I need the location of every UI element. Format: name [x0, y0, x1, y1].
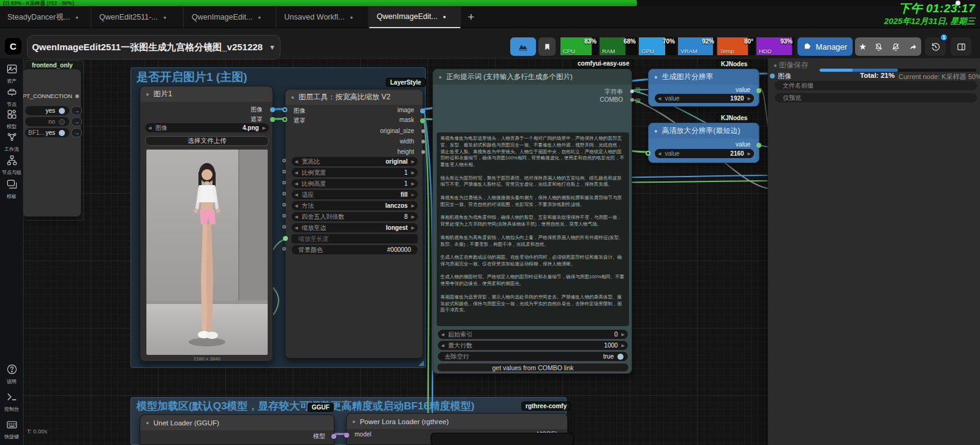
widget-value-1920[interactable]: ◀value1920▶: [655, 94, 754, 103]
node-scale-header[interactable]: ●图层工具：按宽高比缩放 V2: [285, 89, 423, 105]
toggle-row-2[interactable]: no: [25, 117, 69, 126]
toggle-on[interactable]: [59, 108, 65, 114]
toggle-on[interactable]: [617, 354, 624, 360]
node-unet-loader[interactable]: ●Unet Loader (GGUF) 模型: [140, 414, 334, 445]
star-icon[interactable]: ★: [859, 42, 867, 51]
output-original-size-dot[interactable]: [421, 129, 425, 133]
widget-ratio-width[interactable]: ◀比例宽度1▶: [292, 168, 418, 177]
node-frontend-switch[interactable]: OPT_CONNECTION yes → no → BF1...yes →: [22, 69, 81, 217]
input-model-dot[interactable]: [344, 433, 349, 438]
bell-muted-icon[interactable]: [874, 42, 883, 51]
tab-qwenimageedit-1[interactable]: QwenImageEdit...●: [184, 6, 276, 28]
workflow-title-dropdown[interactable]: QwenImageEdit2511一张图生成九宫格分镜图_v251228▼: [27, 35, 281, 59]
widget-input-dot[interactable]: [282, 247, 286, 251]
widget-aspect-ratio[interactable]: ◀宽高比original▶: [292, 157, 418, 166]
node-upscale-resolution-header[interactable]: ●高清放大分辨率(最短边): [649, 123, 759, 139]
get-combo-values-button[interactable]: get values from COMBO link: [437, 363, 629, 372]
output-value-dot[interactable]: [756, 88, 761, 93]
output-value-dot[interactable]: [756, 143, 761, 148]
new-tab-button[interactable]: +: [461, 6, 481, 28]
tab-qwenimageedit-active[interactable]: QwenImageEdit...●: [369, 6, 461, 28]
upload-button[interactable]: 选择文件上传: [145, 136, 269, 146]
sidebar-item-shortcuts[interactable]: 快捷键: [0, 419, 23, 440]
collapse-dot[interactable]: ●: [146, 91, 149, 97]
toggle-row-1[interactable]: yes: [25, 106, 69, 115]
collapse-dot[interactable]: ●: [291, 94, 294, 101]
output-dot[interactable]: [75, 94, 79, 98]
input-image-dot[interactable]: [770, 74, 775, 78]
node-positive-prompt[interactable]: ●正向提示词 (支持输入多行生成多个图片) 字符串 COMBO 将视角修改为电影…: [432, 69, 632, 374]
widget-max-rows[interactable]: ◀最大行数1000▶: [438, 341, 628, 350]
node-image1[interactable]: ●图片1 图像 遮罩 ◀ 图像 4.png ▶ 选择文件上传: [140, 86, 273, 362]
collapse-dot[interactable]: ●: [654, 128, 657, 134]
output-image-dot[interactable]: [270, 107, 275, 112]
widget-strip-empty-lines[interactable]: 去除空行true: [438, 352, 628, 361]
collapse-dot[interactable]: ●: [439, 74, 442, 80]
widget-scale-length-input-dot[interactable]: [283, 236, 288, 241]
widget-ratio-height[interactable]: ◀比例高度1▶: [292, 179, 418, 188]
node-save-image[interactable]: ● 图像保存 图像 Total: 21% Current node: K采样器 …: [767, 58, 980, 445]
widget-scale-to-side[interactable]: ◀缩放至边longest▶: [292, 223, 418, 232]
widget-method[interactable]: ◀方法lanczos▶: [292, 201, 418, 210]
node-power-lora-loader[interactable]: ●Power Lora Loader (rgthree) model MODEL: [346, 413, 568, 445]
node-upscale-resolution[interactable]: ●高清放大分辨率(最短边) value ◀value2160▶: [648, 123, 760, 163]
output-model-dot[interactable]: [331, 434, 336, 439]
widget-background-color[interactable]: 背景颜色#000000: [292, 245, 418, 254]
output-mask-dot[interactable]: [420, 118, 425, 123]
sidebar-item-workflows[interactable]: 工作流: [0, 131, 23, 153]
widget-input-dot[interactable]: [282, 192, 286, 196]
run-queue-button[interactable]: [510, 37, 536, 56]
arrow-button-2[interactable]: →: [71, 117, 82, 126]
widget-value-2160[interactable]: ◀value2160▶: [655, 149, 754, 158]
output-width-dot[interactable]: [421, 140, 425, 143]
output-image-dot[interactable]: [420, 108, 425, 113]
widget-fit[interactable]: ◀适应fill▶: [292, 190, 418, 199]
tab-steadydancer[interactable]: SteadyDancer视...●: [0, 6, 91, 28]
group-resize-handle[interactable]: [418, 360, 424, 366]
widget-input-dot[interactable]: [282, 159, 286, 162]
toggle-row-3[interactable]: BF1...yes: [25, 128, 69, 137]
node-gen-resolution-header[interactable]: ●生成图片分辨率: [649, 69, 759, 85]
sidebar-item-console[interactable]: 控制台: [0, 391, 23, 413]
share-arrow-icon[interactable]: [908, 42, 918, 51]
bookmark-queue-button[interactable]: [538, 37, 556, 56]
output-height-dot[interactable]: [421, 150, 425, 154]
widget-input-dot[interactable]: [282, 214, 286, 218]
image-preview[interactable]: [146, 150, 268, 355]
widget-input-dot[interactable]: [282, 181, 286, 184]
node-prompt-header[interactable]: ●正向提示词 (支持输入多行生成多个图片): [433, 69, 631, 85]
bell-slash-icon[interactable]: [891, 42, 900, 51]
tab-qwenedit2511[interactable]: QwenEdit2511-...●: [92, 6, 184, 28]
lora-widget-row[interactable]: [431, 433, 574, 445]
comfyui-logo[interactable]: C: [5, 38, 21, 55]
sidebar-toggle-button[interactable]: [951, 37, 971, 56]
node-image1-header[interactable]: ●图片1: [140, 86, 273, 102]
output-combo-dot[interactable]: [630, 98, 634, 102]
prompt-textarea[interactable]: 将视角修改为电影远景镜头，人物置身于一个相对广阔的场景中，严格保持人物的面部五官…: [437, 132, 629, 326]
sidebar-item-nodes[interactable]: 节点: [0, 86, 23, 108]
toggle-off[interactable]: [59, 119, 65, 125]
node-unet-header[interactable]: ●Unet Loader (GGUF): [140, 415, 334, 430]
sidebar-item-templates[interactable]: 模板: [0, 178, 23, 200]
node-gen-resolution[interactable]: ●生成图片分辨率 value ◀value1920▶: [648, 69, 760, 107]
widget-filename-prefix[interactable]: 文件名前缀: [775, 81, 977, 90]
collapse-dot[interactable]: ●: [654, 74, 657, 80]
arrow-button-3[interactable]: →: [71, 128, 82, 137]
node-save-header[interactable]: ● 图像保存: [774, 60, 809, 70]
widget-input-dot[interactable]: [282, 203, 286, 207]
input-mask-dot[interactable]: [282, 117, 287, 122]
next-arrow-icon[interactable]: ▶: [263, 123, 266, 132]
node-scale-by-aspect[interactable]: ●图层工具：按宽高比缩放 V2 图像 遮罩 image mask origina…: [285, 89, 423, 359]
tab-unsaved-workflow[interactable]: Unsaved Workfl...●: [277, 6, 369, 28]
output-string-dot[interactable]: [630, 89, 634, 93]
widget-preview-only[interactable]: 仅预览: [775, 93, 977, 102]
arrow-button-1[interactable]: →: [71, 106, 82, 115]
widget-value-input-dot[interactable]: [646, 151, 650, 156]
widget-input-dot[interactable]: [282, 225, 286, 229]
output-mask-dot[interactable]: [270, 117, 275, 122]
sidebar-item-help[interactable]: 说明: [0, 363, 23, 385]
image-combo-widget[interactable]: ◀ 图像 4.png ▶: [145, 123, 269, 132]
widget-round-multiple[interactable]: ◀四舍五入到倍数8▶: [292, 212, 418, 221]
node-lora-header[interactable]: ●Power Lora Loader (rgthree): [347, 414, 567, 429]
toggle-on[interactable]: [59, 130, 65, 136]
